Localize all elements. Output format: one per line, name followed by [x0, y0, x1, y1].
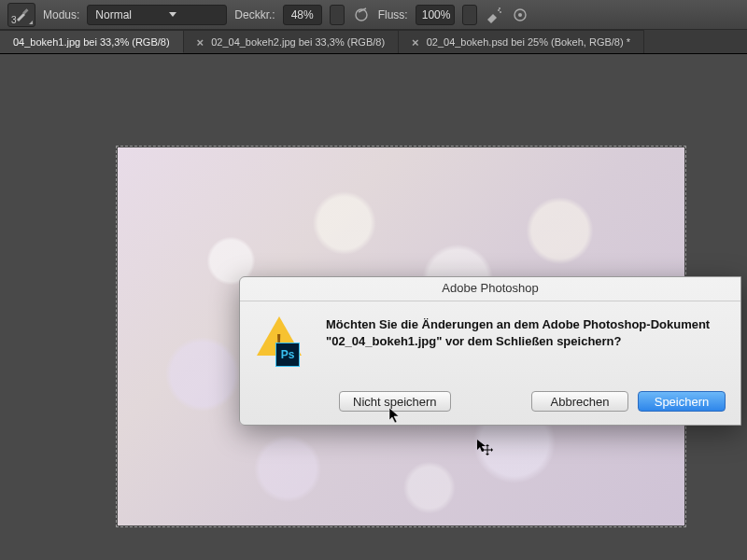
tab-label: 02_04_bokeh2.jpg bei 33,3% (RGB/8): [211, 36, 385, 48]
blend-mode-dropdown[interactable]: Normal: [87, 5, 227, 25]
svg-point-6: [518, 13, 522, 17]
pressure-opacity-icon[interactable]: [352, 6, 371, 24]
svg-point-3: [500, 11, 501, 13]
save-changes-dialog: Adobe Photoshop ! Ps Möchten Sie die Änd…: [239, 276, 741, 426]
pressure-size-icon[interactable]: [511, 6, 529, 24]
current-tool-swatch[interactable]: 3: [7, 3, 35, 27]
dialog-icon-column: ! Ps: [257, 316, 309, 356]
chevron-down-icon: [169, 12, 176, 17]
dialog-title: Adobe Photoshop: [240, 277, 740, 301]
opacity-flyout-button[interactable]: [330, 5, 345, 25]
dialog-button-row: Nicht speichern Abbrechen Speichern: [255, 391, 726, 412]
opacity-label: Deckkr.:: [234, 8, 275, 21]
save-button[interactable]: Speichern: [638, 391, 726, 412]
options-bar: 3 Modus: Normal Deckkr.: 48% Fluss: 100%: [0, 0, 747, 30]
document-tab[interactable]: 04_bokeh1.jpg bei 33,3% (RGB/8): [0, 30, 184, 53]
opacity-input[interactable]: 48%: [283, 5, 322, 25]
flow-input[interactable]: 100%: [416, 5, 455, 25]
svg-point-4: [499, 7, 500, 9]
flow-label: Fluss:: [378, 8, 408, 21]
svg-point-2: [498, 9, 500, 11]
document-tab-bar: 04_bokeh1.jpg bei 33,3% (RGB/8) × 02_04_…: [0, 30, 747, 54]
tab-label: 04_bokeh1.jpg bei 33,3% (RGB/8): [13, 36, 170, 48]
document-tab[interactable]: × 02_04_bokeh2.jpg bei 33,3% (RGB/8): [184, 30, 400, 53]
close-tab-icon[interactable]: ×: [197, 35, 204, 49]
flow-flyout-button[interactable]: [462, 5, 477, 25]
close-tab-icon[interactable]: ×: [412, 35, 419, 49]
dialog-message: Möchten Sie die Änderungen an dem Adobe …: [326, 316, 724, 356]
tab-label: 02_04_bokeh.psd bei 25% (Bokeh, RGB/8) *: [427, 36, 630, 48]
dont-save-button[interactable]: Nicht speichern: [339, 391, 451, 412]
airbrush-toggle-icon[interactable]: [485, 6, 503, 24]
photoshop-badge-icon: Ps: [275, 343, 300, 367]
mode-label: Modus:: [43, 8, 79, 21]
cancel-button[interactable]: Abbrechen: [531, 391, 628, 412]
document-tab[interactable]: × 02_04_bokeh.psd bei 25% (Bokeh, RGB/8)…: [399, 30, 644, 53]
blend-mode-value: Normal: [95, 8, 132, 21]
